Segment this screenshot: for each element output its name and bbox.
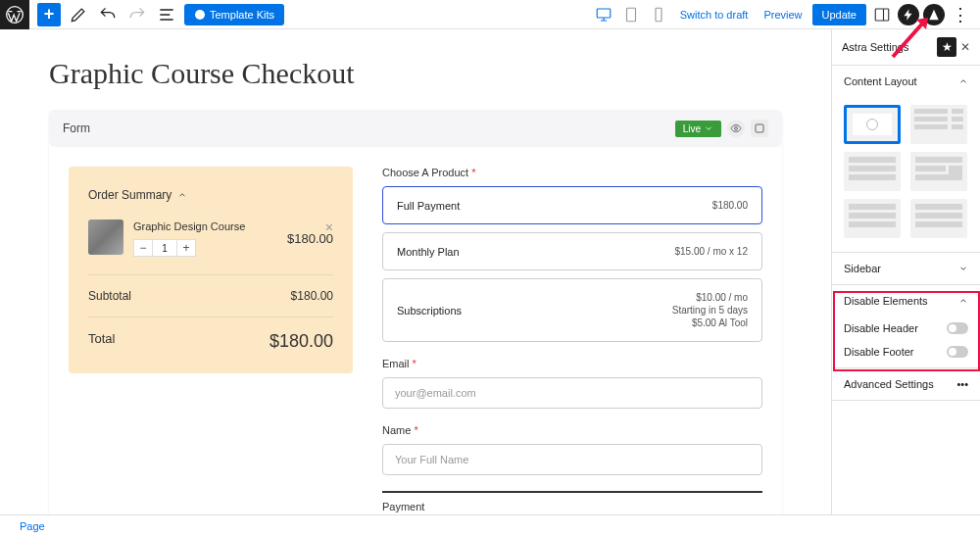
sidebar-toggle-icon[interactable] — [870, 3, 894, 26]
product-option-subscriptions[interactable]: Subscriptions $10.00 / mo Starting in 5 … — [382, 278, 762, 342]
astra-icon[interactable] — [923, 4, 945, 25]
more-icon: ••• — [956, 378, 968, 390]
disable-header-toggle[interactable] — [947, 322, 968, 334]
qty-value: 1 — [153, 239, 176, 257]
more-options-icon[interactable]: ⋮ — [949, 3, 972, 26]
total-label: Total — [88, 331, 115, 352]
preview-link[interactable]: Preview — [758, 9, 808, 21]
form-view-icon[interactable] — [727, 120, 745, 137]
add-block-button[interactable]: + — [37, 3, 61, 26]
editor-canvas[interactable]: Graphic Course Checkout Form Live Order … — [0, 29, 831, 536]
layout-option-5[interactable] — [844, 199, 901, 238]
name-field-label: Name * — [382, 424, 762, 436]
form-status-badge[interactable]: Live — [675, 121, 721, 137]
layout-option-3[interactable] — [844, 152, 901, 191]
redo-icon[interactable] — [125, 3, 149, 26]
svg-point-6 — [735, 127, 738, 130]
edit-icon[interactable] — [67, 3, 90, 26]
disable-footer-label: Disable Footer — [844, 346, 914, 358]
total-value: $180.00 — [270, 331, 333, 352]
layout-option-6[interactable] — [910, 199, 967, 238]
form-block[interactable]: Form Live Order Summary — [49, 110, 782, 536]
favorite-icon[interactable]: ★ — [937, 37, 956, 57]
page-title[interactable]: Graphic Course Checkout — [49, 57, 782, 90]
disable-elements-section[interactable]: Disable Elements — [832, 285, 980, 317]
email-input[interactable] — [382, 377, 762, 409]
qty-decrease-button[interactable]: − — [133, 239, 153, 257]
svg-rect-2 — [597, 9, 611, 18]
svg-rect-7 — [756, 124, 763, 132]
payment-field-label: Payment — [382, 501, 762, 512]
editor-footer: Page — [0, 514, 980, 536]
svg-point-1 — [195, 10, 205, 20]
email-field-label: Email * — [382, 358, 762, 369]
document-outline-icon[interactable] — [155, 3, 178, 26]
template-kits-label: Template Kits — [210, 9, 274, 21]
remove-item-icon[interactable]: × — [325, 219, 333, 235]
undo-icon[interactable] — [96, 3, 120, 26]
name-input[interactable] — [382, 444, 762, 475]
switch-to-draft-link[interactable]: Switch to draft — [674, 9, 755, 21]
wordpress-logo[interactable] — [0, 0, 29, 29]
qty-increase-button[interactable]: + — [176, 239, 196, 257]
svg-rect-4 — [656, 8, 662, 22]
svg-rect-5 — [875, 9, 889, 21]
svg-rect-3 — [626, 8, 635, 22]
product-field-label: Choose A Product * — [382, 167, 762, 178]
form-settings-icon[interactable] — [751, 120, 768, 137]
advanced-settings-section[interactable]: Advanced Settings ••• — [832, 368, 980, 400]
update-button[interactable]: Update — [812, 4, 866, 25]
template-kits-button[interactable]: Template Kits — [184, 4, 284, 25]
breadcrumb[interactable]: Page — [20, 520, 45, 532]
order-summary-heading[interactable]: Order Summary — [88, 188, 333, 202]
layout-option-2[interactable] — [910, 105, 967, 144]
desktop-view-icon[interactable] — [592, 3, 615, 26]
disable-header-label: Disable Header — [844, 322, 918, 334]
layout-option-1[interactable] — [844, 105, 901, 144]
sidebar-setting-section[interactable]: Sidebar — [832, 253, 980, 284]
tablet-view-icon[interactable] — [619, 3, 643, 26]
order-summary-panel: Order Summary Graphic Design Course − 1 … — [69, 167, 353, 373]
plugin-icon-1[interactable] — [898, 4, 919, 25]
product-name: Graphic Design Course — [133, 219, 277, 233]
form-block-label: Form — [63, 122, 90, 135]
order-item: Graphic Design Course − 1 + × $180.00 — [88, 219, 333, 257]
product-option-monthly[interactable]: Monthly Plan $15.00 / mo x 12 — [382, 232, 762, 270]
subtotal-value: $180.00 — [291, 289, 333, 303]
quantity-stepper: − 1 + — [133, 239, 277, 257]
mobile-view-icon[interactable] — [647, 3, 670, 26]
sidebar-title: Astra Settings — [842, 41, 908, 53]
product-option-full[interactable]: Full Payment $180.00 — [382, 186, 762, 224]
content-layout-section[interactable]: Content Layout — [832, 66, 980, 97]
close-sidebar-icon[interactable]: ✕ — [960, 40, 970, 54]
subtotal-label: Subtotal — [88, 289, 131, 303]
settings-sidebar: Astra Settings ★ ✕ Content Layout Sideba… — [831, 29, 980, 536]
layout-option-4[interactable] — [910, 152, 967, 191]
disable-footer-toggle[interactable] — [947, 346, 968, 358]
product-thumbnail — [88, 219, 123, 255]
